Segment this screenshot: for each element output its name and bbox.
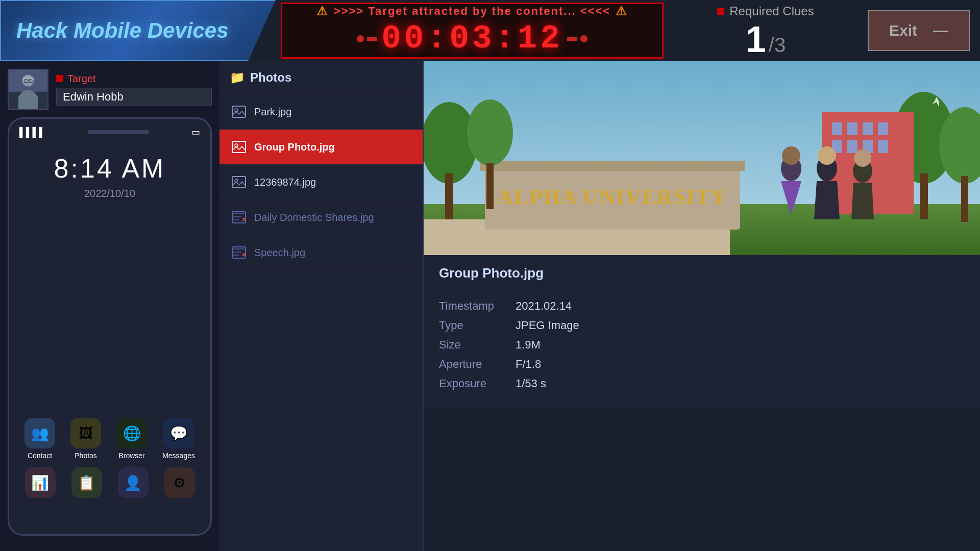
folder-icon: 📁 xyxy=(230,70,245,85)
messages-label: Messages xyxy=(162,452,195,460)
phone-notch xyxy=(88,130,149,134)
type-value: JPEG Image xyxy=(516,319,579,332)
svg-point-42 xyxy=(818,146,836,165)
app-browser[interactable]: 🌐 Browser xyxy=(116,418,147,460)
title-section: Hack Mobile Devices xyxy=(0,0,276,61)
photos-icon: 🖼 xyxy=(70,418,101,448)
warning-icon-left: ⚠ xyxy=(316,4,329,18)
svg-rect-33 xyxy=(863,122,873,135)
exit-icon: — xyxy=(933,22,948,39)
misc3-icon: 👤 xyxy=(118,467,149,498)
target-avatar xyxy=(8,69,48,110)
misc4-icon: ⚙ xyxy=(164,467,195,498)
file-name-daily-domestic: Daily Domestic Shares.jpg xyxy=(254,212,374,223)
size-value: 1.9M xyxy=(516,338,541,352)
browser-label: Browser xyxy=(118,452,144,460)
type-label: Type xyxy=(439,319,500,332)
svg-rect-25 xyxy=(486,163,494,209)
timer-circle-left xyxy=(357,35,364,42)
svg-point-10 xyxy=(235,144,238,147)
file-name-12369874: 12369874.jpg xyxy=(254,177,316,188)
file-item-group-photo[interactable]: Group Photo.jpg xyxy=(219,130,423,165)
file-item-speech[interactable]: Speech.jpg xyxy=(219,235,423,270)
svg-point-12 xyxy=(235,179,238,182)
signal-bars-icon: ▌▌▌▌ xyxy=(19,127,45,138)
phone-apps: 👥 Contact 🖼 Photos 🌐 Browser 💬 Messages xyxy=(17,418,203,509)
app-misc3[interactable]: 👤 xyxy=(118,467,149,501)
folder-header: 📁 Photos xyxy=(219,61,423,94)
warning-icon-right: ⚠ xyxy=(616,4,628,18)
meta-size: Size 1.9M xyxy=(439,338,965,352)
contact-icon: 👥 xyxy=(24,418,55,448)
app-row-1: 👥 Contact 🖼 Photos 🌐 Browser 💬 Messages xyxy=(17,418,203,460)
right-panel: ALPHA UNIVERSITY xyxy=(424,61,980,551)
file-item-park[interactable]: Park.jpg xyxy=(219,94,423,130)
phone-status-bar: ▌▌▌▌ ▭ xyxy=(17,127,203,138)
timer-bracket-right xyxy=(567,35,587,42)
app-messages[interactable]: 💬 Messages xyxy=(162,418,195,460)
exit-button[interactable]: Exit — xyxy=(868,10,970,51)
misc1-icon: 📊 xyxy=(25,467,56,498)
svg-rect-27 xyxy=(920,173,928,219)
file-browser-panel: 📁 Photos Park.jpg Group Photo.jpg xyxy=(219,61,424,551)
timer-section: ⚠ >>>> Target attracted by the content..… xyxy=(281,3,664,59)
timer-circle-right xyxy=(580,35,587,42)
clues-indicator xyxy=(717,8,724,15)
app-photos[interactable]: 🖼 Photos xyxy=(70,418,101,460)
target-label: Target xyxy=(56,73,212,85)
contact-label: Contact xyxy=(28,452,52,460)
folder-name: Photos xyxy=(250,70,291,85)
timer-dash-left xyxy=(367,37,377,41)
svg-rect-23 xyxy=(445,173,453,219)
exposure-value: 1/53 s xyxy=(516,377,546,390)
svg-rect-34 xyxy=(878,122,888,135)
svg-rect-9 xyxy=(232,141,246,153)
app-row-2: 📊 📋 👤 ⚙ xyxy=(17,467,203,501)
svg-rect-38 xyxy=(878,140,888,153)
file-item-daily-domestic[interactable]: Daily Domestic Shares.jpg xyxy=(219,200,423,235)
svg-rect-36 xyxy=(847,140,857,153)
required-clues-label: Required Clues xyxy=(717,4,814,18)
preview-image: ALPHA UNIVERSITY xyxy=(424,61,980,255)
meta-exposure: Exposure 1/53 s xyxy=(439,377,965,390)
file-icon-park xyxy=(230,103,248,121)
svg-point-44 xyxy=(854,149,871,167)
svg-rect-29 xyxy=(961,176,968,222)
meta-aperture: Aperture F/1.8 xyxy=(439,358,965,371)
timer-warning: ⚠ >>>> Target attracted by the content..… xyxy=(316,4,628,18)
messages-icon: 💬 xyxy=(163,418,194,448)
clues-display: 1 /3 xyxy=(746,21,786,58)
app-misc2[interactable]: 📋 xyxy=(71,467,102,501)
timer-value: 00:03:12 xyxy=(381,20,562,57)
timer-bracket-left xyxy=(357,35,377,42)
photos-label: Photos xyxy=(75,452,97,460)
file-name-speech: Speech.jpg xyxy=(254,247,305,259)
app-misc4[interactable]: ⚙ xyxy=(164,467,195,501)
file-name-park: Park.jpg xyxy=(254,106,291,118)
timestamp-label: Timestamp xyxy=(439,299,500,313)
svg-rect-20 xyxy=(480,161,745,171)
svg-point-40 xyxy=(782,146,800,165)
aperture-label: Aperture xyxy=(439,358,500,371)
target-indicator xyxy=(56,75,63,82)
svg-text:ALPHA UNIVERSITY: ALPHA UNIVERSITY xyxy=(498,185,728,209)
preview-filename: Group Photo.jpg xyxy=(439,265,965,289)
svg-point-8 xyxy=(235,109,238,112)
svg-rect-31 xyxy=(832,122,842,135)
browser-icon: 🌐 xyxy=(116,418,147,448)
phone-time: 8:14 AM xyxy=(17,153,203,184)
app-contact[interactable]: 👥 Contact xyxy=(24,418,55,460)
timer-display: 00:03:12 xyxy=(357,20,587,57)
svg-rect-11 xyxy=(232,177,246,188)
page-title: Hack Mobile Devices xyxy=(16,18,229,43)
exposure-label: Exposure xyxy=(439,377,500,390)
timestamp-value: 2021.02.14 xyxy=(516,299,572,313)
battery-icon: ▭ xyxy=(191,127,200,138)
file-item-12369874[interactable]: 12369874.jpg xyxy=(219,165,423,200)
clues-section: Required Clues 1 /3 xyxy=(669,0,863,61)
timer-dash-right xyxy=(567,37,577,41)
image-metadata: Group Photo.jpg Timestamp 2021.02.14 Typ… xyxy=(424,255,980,407)
meta-type: Type JPEG Image xyxy=(439,319,965,332)
meta-timestamp: Timestamp 2021.02.14 xyxy=(439,299,965,313)
app-misc1[interactable]: 📊 xyxy=(25,467,56,501)
